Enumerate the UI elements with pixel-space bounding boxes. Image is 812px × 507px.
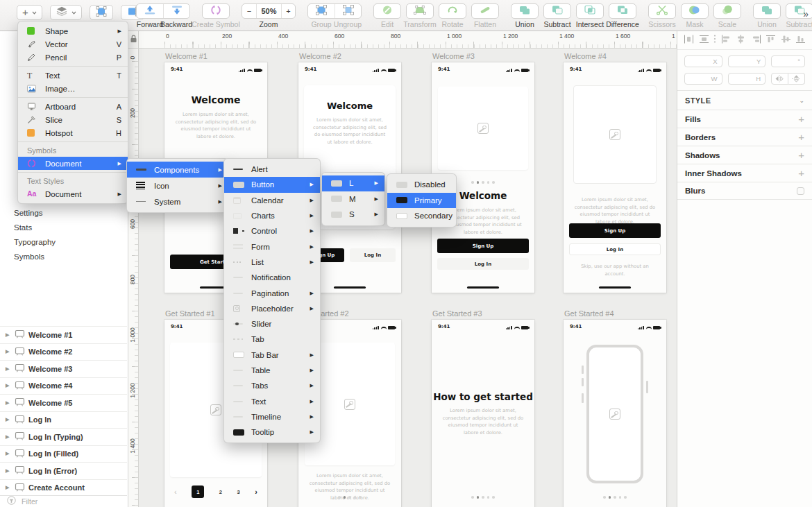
menu-item-tabs[interactable]: Tabs▶ xyxy=(224,378,320,393)
layer-row-welcome-3[interactable]: ▶Welcome #3 xyxy=(0,360,127,377)
menu-item-timeline[interactable]: Timeline▶ xyxy=(224,409,320,424)
pagination-page-3[interactable]: 3 xyxy=(237,489,240,495)
log-in-button[interactable]: Log In xyxy=(437,258,529,270)
layer-row-create-account[interactable]: ▶Create Account xyxy=(0,479,127,497)
align-horizontal-center-icon[interactable] xyxy=(736,34,746,46)
disclosure-triangle-icon[interactable]: ▶ xyxy=(6,366,11,372)
layer-row-welcome-1[interactable]: ▶Welcome #1 xyxy=(0,326,127,343)
menu-item-image[interactable]: Image… xyxy=(18,82,128,95)
backward-button[interactable] xyxy=(163,4,189,18)
menu-item-shape[interactable]: Shape▶ xyxy=(18,24,128,37)
menu-item-l[interactable]: L▶ xyxy=(322,175,384,191)
layer-row-welcome-5[interactable]: ▶Welcome #5 xyxy=(0,394,127,411)
scissors-button[interactable] xyxy=(649,4,675,18)
align-vertical-middle-icon[interactable] xyxy=(781,34,791,46)
pagination-next-icon[interactable]: › xyxy=(255,488,257,496)
add-icon[interactable]: + xyxy=(798,132,804,142)
rotate-button[interactable] xyxy=(439,4,466,18)
menu-item-control[interactable]: Control▶ xyxy=(224,223,320,239)
mask-button[interactable] xyxy=(682,4,708,18)
flip-vertical-button[interactable] xyxy=(788,73,806,85)
menu-item-notification[interactable]: Notification xyxy=(224,270,320,285)
layer-row-welcome-2[interactable]: ▶Welcome #2 xyxy=(0,343,127,361)
sidebar-page-symbols[interactable]: Symbols xyxy=(0,250,127,264)
log-in-button[interactable]: Log In xyxy=(569,243,661,255)
align-right-icon[interactable] xyxy=(751,34,761,46)
vertical-ruler[interactable]: 02004006008001 0001 2001 400 xyxy=(128,49,139,507)
menu-item-s[interactable]: S▶ xyxy=(322,207,384,223)
menu-item-button[interactable]: Button▶ xyxy=(224,177,320,192)
menu-item-document[interactable]: AaDocument▶ xyxy=(18,187,128,200)
union-button[interactable] xyxy=(754,4,780,18)
menu-item-tab[interactable]: Tab xyxy=(224,332,320,347)
add-icon[interactable]: + xyxy=(798,114,804,124)
artboard-get-started-4[interactable]: Get Started #4 9:41 xyxy=(564,320,666,507)
union-button[interactable] xyxy=(511,4,538,18)
artboard-title[interactable]: Get Started #3 xyxy=(432,309,482,318)
menu-item-form[interactable]: Form▶ xyxy=(224,239,320,254)
difference-button[interactable] xyxy=(609,4,636,18)
disclosure-triangle-icon[interactable]: ▶ xyxy=(6,451,11,456)
menu-item-calendar[interactable]: Calendar▶ xyxy=(224,193,320,208)
disclosure-triangle-icon[interactable]: ▶ xyxy=(6,434,11,440)
flatten-button[interactable] xyxy=(472,4,498,18)
pagination-prev-icon[interactable]: ‹ xyxy=(174,488,177,496)
create-symbol-button[interactable] xyxy=(203,4,229,18)
menu-item-components[interactable]: Components▶ xyxy=(127,162,228,178)
layer-row-log-in-filled[interactable]: ▶Log In (Filled) xyxy=(0,445,127,463)
menu-item-disabled[interactable]: Disabled xyxy=(387,177,456,193)
artboard-title[interactable]: Welcome #3 xyxy=(432,52,475,60)
ungroup-button[interactable] xyxy=(335,4,361,18)
menu-item-slice[interactable]: SliceS xyxy=(18,113,128,126)
distribute-horizontally-icon[interactable] xyxy=(684,34,694,46)
menu-item-system[interactable]: System▶ xyxy=(127,194,228,209)
disclosure-triangle-icon[interactable]: ▶ xyxy=(6,332,11,338)
disclosure-triangle-icon[interactable]: ▶ xyxy=(6,383,11,388)
artboard-title[interactable]: Get Started #4 xyxy=(564,309,614,318)
menu-item-pagination[interactable]: Pagination▶ xyxy=(224,285,320,300)
group-button[interactable] xyxy=(308,4,335,18)
disclosure-triangle-icon[interactable]: ▶ xyxy=(6,400,11,406)
log-in-button[interactable]: Log In xyxy=(350,248,396,262)
menu-item-alert[interactable]: Alert xyxy=(224,162,320,177)
flip-horizontal-button[interactable] xyxy=(771,73,788,85)
disclosure-triangle-icon[interactable]: ▶ xyxy=(6,485,11,490)
menu-item-slider[interactable]: Slider xyxy=(224,316,320,332)
disclosure-triangle-icon[interactable]: ▶ xyxy=(6,417,11,422)
forward-button[interactable] xyxy=(137,4,163,18)
zoom-out-button[interactable]: − xyxy=(242,4,256,18)
toolbar-overflow-icon[interactable]: » xyxy=(803,8,809,19)
transform-button[interactable] xyxy=(407,4,433,18)
zoom-value[interactable]: 50% xyxy=(256,4,281,18)
artboard-welcome-4[interactable]: Welcome #4 Lorem ipsum dolor sit amet, c… xyxy=(564,62,666,293)
sign-up-button[interactable]: Sign Up xyxy=(569,223,661,238)
width-field[interactable]: W xyxy=(684,73,722,85)
style-section-header[interactable]: STYLE ⌄ xyxy=(677,90,812,110)
zoom-in-button[interactable]: + xyxy=(281,4,295,18)
artboard-get-started-3[interactable]: Get Started #3 How to get started Lorem … xyxy=(432,320,534,507)
menu-item-tab-bar[interactable]: Tab Bar▶ xyxy=(224,347,320,363)
align-top-icon[interactable] xyxy=(766,34,776,46)
insert-symbol-button[interactable] xyxy=(90,5,113,20)
menu-item-charts[interactable]: Charts▶ xyxy=(224,208,320,223)
y-field[interactable]: Y xyxy=(728,55,766,67)
x-field[interactable]: X xyxy=(684,55,722,67)
menu-item-icon[interactable]: Icon▶ xyxy=(127,178,228,194)
disclosure-triangle-icon[interactable]: ▶ xyxy=(6,349,11,354)
layer-row-welcome-4[interactable]: ▶Welcome #4 xyxy=(0,377,127,395)
sidebar-page-settings[interactable]: Settings xyxy=(0,206,127,221)
menu-item-hotspot[interactable]: HotspotH xyxy=(18,126,128,139)
align-bottom-icon[interactable] xyxy=(795,34,806,46)
sidebar-page-typography[interactable]: Typography xyxy=(0,235,127,250)
menu-item-artboard[interactable]: ArtboardA xyxy=(18,100,128,113)
scale-button[interactable] xyxy=(714,4,741,18)
sign-up-button[interactable]: Sign Up xyxy=(437,239,529,253)
menu-item-text[interactable]: Text▶ xyxy=(224,393,320,409)
add-icon[interactable]: + xyxy=(798,168,804,178)
menu-item-m[interactable]: M▶ xyxy=(322,191,384,207)
subtract-button[interactable] xyxy=(544,4,570,18)
rotation-field[interactable]: ° xyxy=(771,55,805,67)
ruler-lock[interactable] xyxy=(128,31,139,49)
menu-item-text[interactable]: TTextT xyxy=(18,69,128,82)
checkbox[interactable] xyxy=(797,187,804,195)
